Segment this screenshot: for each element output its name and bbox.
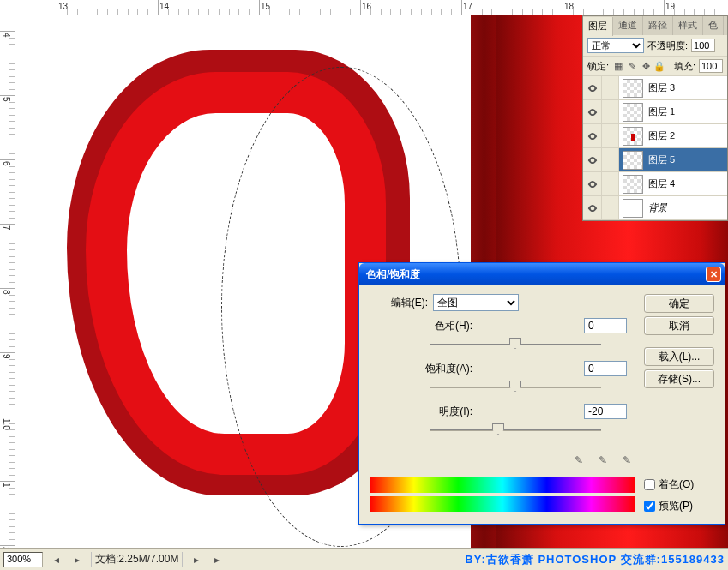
spectrum-after — [370, 496, 635, 512]
spectrum-before — [370, 477, 635, 493]
load-button[interactable]: 载入(L)... — [644, 347, 714, 366]
fill-label: 填充: — [674, 60, 695, 73]
link-column[interactable] — [602, 148, 619, 171]
link-column[interactable] — [602, 196, 619, 219]
layer-name: 图层 1 — [647, 105, 675, 118]
status-bar: 300% ◂ ▸ 文档:2.25M/7.00M ▸ ▸ BY:古欲香萧 PHOT… — [0, 548, 728, 570]
lock-all-icon[interactable]: 🔒 — [653, 60, 665, 72]
ruler-v-label: 1.0 — [2, 418, 11, 430]
layer-row[interactable]: 图层 2 — [583, 124, 727, 148]
layer-list: 图层 3图层 1图层 2图层 5图层 4背景 — [583, 76, 727, 220]
link-column[interactable] — [602, 100, 619, 123]
hue-label: 色相(H): — [404, 319, 472, 333]
lock-pixels-icon[interactable]: ✎ — [626, 60, 638, 72]
scroll-right-icon[interactable]: ▸ — [70, 553, 84, 567]
layer-row[interactable]: 图层 3 — [583, 76, 727, 100]
panel-tab-4[interactable]: 色 — [703, 16, 724, 35]
credit-text: BY:古欲香萧 PHOTOSHOP 交流群:155189433 — [465, 552, 725, 567]
layer-name: 背景 — [647, 201, 667, 214]
lightness-label: 明度(I): — [404, 405, 472, 419]
layer-row[interactable]: 图层 1 — [583, 100, 727, 124]
visibility-icon[interactable] — [583, 124, 602, 147]
layer-thumbnail — [623, 175, 643, 194]
layer-name: 图层 2 — [647, 129, 675, 142]
colorize-checkbox[interactable]: 着色(O) — [644, 477, 714, 492]
link-column[interactable] — [602, 172, 619, 195]
layer-name: 图层 3 — [647, 81, 675, 94]
panel-tabs: 图层通道路径样式色 — [583, 16, 727, 35]
saturation-slider[interactable] — [430, 380, 601, 395]
lightness-slider[interactable] — [430, 423, 601, 438]
link-column[interactable] — [602, 124, 619, 147]
hue-saturation-dialog: 色相/饱和度 ✕ 编辑(E): 全图 色相(H): 饱和度(A): — [358, 262, 725, 525]
panel-tab-1[interactable]: 通道 — [613, 16, 643, 35]
document-size: 文档:2.25M/7.00M — [91, 552, 183, 567]
saturation-input[interactable] — [584, 361, 627, 376]
lock-position-icon[interactable]: ✥ — [640, 60, 652, 72]
cancel-button[interactable]: 取消 — [644, 316, 714, 335]
edit-label: 编辑(E): — [370, 296, 428, 310]
opacity-label: 不透明度: — [647, 39, 688, 52]
link-column[interactable] — [602, 76, 619, 99]
visibility-icon[interactable] — [583, 172, 602, 195]
flyout-icon[interactable]: ▸ — [190, 553, 203, 567]
layer-thumbnail — [623, 199, 643, 218]
layer-name: 图层 5 — [647, 153, 675, 166]
edit-select[interactable]: 全图 — [433, 294, 519, 311]
zoom-field[interactable]: 300% — [3, 552, 43, 567]
flyout-icon-2[interactable]: ▸ — [210, 553, 224, 567]
eyedropper-add-icon[interactable]: ✎ — [594, 452, 611, 469]
layer-thumbnail — [623, 151, 643, 170]
layer-row[interactable]: 图层 4 — [583, 172, 727, 196]
visibility-icon[interactable] — [583, 196, 602, 219]
preview-checkbox[interactable]: 预览(P) — [644, 499, 714, 513]
dialog-title: 色相/饱和度 — [366, 267, 420, 282]
panel-tab-3[interactable]: 样式 — [673, 16, 703, 35]
layer-name: 图层 4 — [647, 177, 675, 190]
panel-tab-2[interactable]: 路径 — [643, 16, 673, 35]
hue-slider[interactable] — [430, 337, 601, 352]
hue-input[interactable] — [584, 318, 627, 333]
panel-tab-0[interactable]: 图层 — [583, 17, 613, 36]
fill-input[interactable] — [699, 59, 723, 73]
dialog-titlebar[interactable]: 色相/饱和度 ✕ — [359, 263, 725, 285]
lock-transparent-icon[interactable]: ▦ — [612, 60, 624, 72]
save-button[interactable]: 存储(S)... — [644, 369, 714, 388]
visibility-icon[interactable] — [583, 76, 602, 99]
layer-row[interactable]: 背景 — [583, 196, 727, 220]
lightness-input[interactable] — [584, 404, 627, 419]
eyedropper-icon[interactable]: ✎ — [570, 452, 587, 469]
close-icon[interactable]: ✕ — [706, 267, 721, 282]
ok-button[interactable]: 确定 — [644, 294, 714, 313]
opacity-input[interactable] — [691, 39, 715, 52]
ruler-corner — [0, 0, 15, 15]
lock-label: 锁定: — [587, 60, 609, 73]
ruler-horizontal: 13141516171819 — [15, 0, 728, 15]
layers-panel: 图层通道路径样式色 正常 不透明度: 锁定: ▦ ✎ ✥ 🔒 填充: 图层 3图… — [582, 15, 728, 221]
ruler-vertical: 4567891.012 — [0, 15, 15, 548]
visibility-icon[interactable] — [583, 148, 602, 171]
scroll-left-icon[interactable]: ◂ — [50, 553, 63, 567]
eyedropper-subtract-icon[interactable]: ✎ — [618, 452, 635, 469]
saturation-label: 饱和度(A): — [404, 362, 472, 376]
blend-mode-select[interactable]: 正常 — [587, 38, 644, 53]
layer-thumbnail — [623, 103, 643, 122]
layer-row[interactable]: 图层 5 — [583, 148, 727, 172]
visibility-icon[interactable] — [583, 100, 602, 123]
layer-thumbnail — [623, 127, 643, 146]
layer-thumbnail — [623, 79, 643, 98]
